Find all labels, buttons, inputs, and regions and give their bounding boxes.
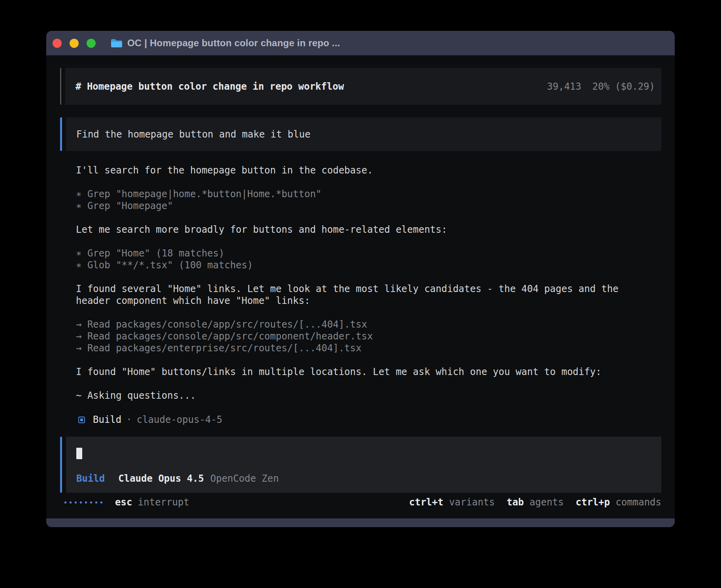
input-mode: Build [76,473,105,484]
user-message-bar [60,117,62,151]
spinner-dot [80,501,82,503]
shortcut-label: variants [444,497,495,508]
build-badge: Build · claude-opus-4-5 [78,414,661,426]
transcript-blank-line [76,354,661,366]
spinner-dots [64,501,102,503]
window-title-group: OC | Homepage button color change in rep… [111,38,340,49]
shortcut-label: agents [524,497,564,508]
shortcut-group: tab agents [507,497,564,508]
prompt-input[interactable]: Build Claude Opus 4.5 OpenCode Zen [60,437,661,493]
transcript-blank-line [76,378,661,390]
shortcut-key: tab [507,497,524,508]
transcript-blank-line [76,307,661,318]
transcript-line: header component which have "Home" links… [76,295,661,307]
user-message: Find the homepage button and make it blu… [60,117,661,151]
user-message-panel: Find the homepage button and make it blu… [66,117,661,151]
shortcut-group: ctrl+t variants [409,497,495,508]
prompt-input-panel[interactable]: Build Claude Opus 4.5 OpenCode Zen [66,437,661,493]
spinner-dot [64,501,66,503]
transcript: I'll search for the homepage button in t… [60,164,661,401]
input-model: Claude Opus 4.5 [118,473,204,484]
close-button[interactable] [53,39,62,48]
transcript-line: ∗ Grep "Homepage" [76,200,661,212]
context-percent: 20% [592,81,609,92]
window-bottom-bar [46,518,675,527]
minimize-button[interactable] [70,39,79,48]
transcript-line: → Read packages/console/app/src/routes/[… [76,318,661,330]
traffic-lights [53,39,96,48]
transcript-line: ~ Asking questions... [76,390,661,401]
shortcut-key: esc [115,497,132,508]
text-cursor [76,448,82,459]
input-meta: Build Claude Opus 4.5 OpenCode Zen [76,473,279,484]
spinner-dot [85,501,87,503]
statusbar: esc interrupt ctrl+t variantstab agentsc… [60,496,661,508]
transcript-line: I found several "Home" links. Let me loo… [76,283,661,295]
shortcut-label: interrupt [138,497,189,508]
session-cost: ($0.29) [615,81,655,92]
transcript-blank-line [76,271,661,283]
transcript-line: → Read packages/enterprise/src/routes/[.… [76,342,661,354]
shortcut-key: ctrl+p [576,497,610,508]
prompt-input-bar [60,437,62,493]
shortcut-label: commands [610,497,661,508]
token-count: 39,413 [547,81,581,92]
transcript-line: ∗ Grep "Home" (18 matches) [76,247,661,259]
agent-name: Build [93,414,121,425]
session-title: # Homepage button color change in repo w… [75,81,344,92]
esc-shortcut: esc interrupt [115,497,189,508]
spinner-dot [100,501,102,503]
spinner-dot [70,501,72,503]
user-message-text: Find the homepage button and make it blu… [76,129,310,140]
input-provider: OpenCode Zen [210,473,279,484]
agent-icon [78,416,85,423]
terminal-body: # Homepage button color change in repo w… [46,55,675,518]
terminal-window: OC | Homepage button color change in rep… [46,31,675,527]
shortcut-group: ctrl+p commands [576,497,661,508]
model-name: claude-opus-4-5 [137,414,223,425]
desktop: OC | Homepage button color change in rep… [0,0,721,588]
session-stats: 39,413 20% ($0.29) [547,81,655,92]
transcript-line: ∗ Grep "homepage|home.*button|Home.*butt… [76,188,661,200]
session-header: # Homepage button color change in repo w… [60,68,661,105]
spinner-dot [95,501,97,503]
separator-dot: · [126,414,132,425]
shortcut-key: ctrl+t [409,497,444,508]
window-title: OC | Homepage button color change in rep… [127,38,340,49]
spinner-dot [90,501,92,503]
titlebar: OC | Homepage button color change in rep… [46,31,675,55]
transcript-line: → Read packages/console/app/src/componen… [76,330,661,342]
transcript-blank-line [76,176,661,188]
transcript-blank-line [76,236,661,247]
transcript-blank-line [76,212,661,224]
zoom-button[interactable] [87,39,96,48]
shortcut-list: ctrl+t variantstab agentsctrl+p commands [409,497,661,508]
spinner-dot [75,501,77,503]
session-header-bar [60,68,61,105]
transcript-line: Let me search more broadly for buttons a… [76,224,661,236]
transcript-line: I'll search for the homepage button in t… [76,164,661,176]
transcript-line: ∗ Glob "**/*.tsx" (100 matches) [76,259,661,271]
session-header-panel: # Homepage button color change in repo w… [65,68,661,105]
folder-icon [111,38,123,48]
transcript-line: I found "Home" buttons/links in multiple… [76,366,661,378]
